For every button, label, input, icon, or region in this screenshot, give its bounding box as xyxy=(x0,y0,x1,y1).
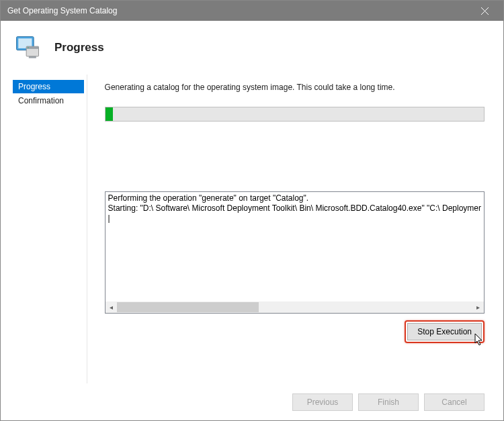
close-button[interactable] xyxy=(471,1,498,21)
scroll-right-arrow[interactable]: ▸ xyxy=(472,301,484,313)
scroll-left-arrow[interactable]: ◂ xyxy=(106,301,117,313)
status-text: Generating a catalog for the operating s… xyxy=(105,83,485,92)
wizard-main: Generating a catalog for the operating s… xyxy=(87,75,503,383)
svg-rect-7 xyxy=(29,56,36,58)
sidebar-step-confirmation[interactable]: Confirmation xyxy=(13,94,84,107)
horizontal-scrollbar[interactable]: ◂ ▸ xyxy=(106,301,484,313)
stop-execution-button[interactable]: Stop Execution xyxy=(407,323,482,340)
log-output[interactable]: Performing the operation "generate" on t… xyxy=(105,191,485,314)
progress-fill xyxy=(106,107,113,121)
finish-button: Finish xyxy=(358,393,419,411)
previous-button: Previous xyxy=(292,393,353,411)
scroll-track[interactable] xyxy=(117,301,472,313)
scroll-thumb[interactable] xyxy=(117,302,259,312)
wizard-sidebar: Progress Confirmation xyxy=(1,75,87,383)
svg-point-6 xyxy=(28,47,29,48)
wizard-header: Progress xyxy=(1,21,503,75)
window-title: Get Operating System Catalog xyxy=(7,6,117,15)
header-heading: Progress xyxy=(54,41,104,54)
wizard-body: Progress Confirmation Generating a catal… xyxy=(1,75,503,383)
log-text: Performing the operation "generate" on t… xyxy=(106,192,484,225)
cancel-button: Cancel xyxy=(424,393,485,411)
wizard-footer: Previous Finish Cancel xyxy=(1,384,503,420)
sidebar-step-progress[interactable]: Progress xyxy=(13,80,84,93)
close-icon xyxy=(481,7,489,15)
stop-button-highlight: Stop Execution xyxy=(405,320,485,343)
titlebar: Get Operating System Catalog xyxy=(1,1,503,21)
progress-bar xyxy=(105,107,485,122)
computer-icon xyxy=(13,33,42,62)
